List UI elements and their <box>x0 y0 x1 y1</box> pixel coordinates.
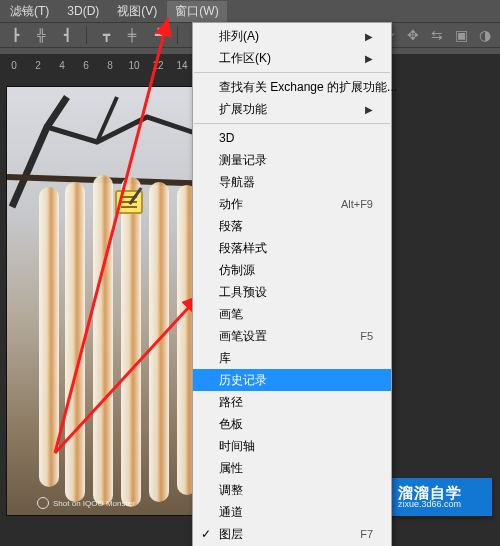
watermark-brand: 溜溜自学 <box>398 485 462 500</box>
menu-item-label: 时间轴 <box>219 438 255 455</box>
ruler-tick: 6 <box>76 60 96 71</box>
menu-item-label: 图层 <box>219 526 243 543</box>
submenu-arrow-icon: ▶ <box>365 31 373 42</box>
menu-item-19[interactable]: 色板 <box>193 413 391 435</box>
distribute-bottom-icon[interactable]: ┻ <box>149 26 167 44</box>
light-icon[interactable]: ◑ <box>476 27 494 43</box>
ruler-tick: 12 <box>148 60 168 71</box>
ruler-tick: 0 <box>4 60 24 71</box>
menu-item-label: 段落样式 <box>219 240 267 257</box>
hanging-strip <box>149 182 169 502</box>
submenu-arrow-icon: ▶ <box>365 53 373 64</box>
menu-item-17[interactable]: 历史记录 <box>193 369 391 391</box>
menu-item-16[interactable]: 库 <box>193 347 391 369</box>
menu-item-label: 色板 <box>219 416 243 433</box>
menu-item-11[interactable]: 段落样式 <box>193 237 391 259</box>
hanging-strip <box>121 177 141 507</box>
menu-item-label: 测量记录 <box>219 152 267 169</box>
menu-item-label: 工具预设 <box>219 284 267 301</box>
menu-item-label: 排列(A) <box>219 28 259 45</box>
menu-item-label: 查找有关 Exchange 的扩展功能... <box>219 79 397 96</box>
menu-shortcut: F5 <box>360 330 373 342</box>
menu-item-label: 动作 <box>219 196 243 213</box>
pan-icon[interactable]: ✥ <box>404 27 422 43</box>
menu-item-24[interactable]: ✓图层F7 <box>193 523 391 545</box>
menu-item-6[interactable]: 3D <box>193 127 391 149</box>
menu-item-8[interactable]: 导航器 <box>193 171 391 193</box>
menu-item-21[interactable]: 属性 <box>193 457 391 479</box>
menu-item-14[interactable]: 画笔 <box>193 303 391 325</box>
menu-item-label: 仿制源 <box>219 262 255 279</box>
menu-item-1[interactable]: 工作区(K)▶ <box>193 47 391 69</box>
menu-item-12[interactable]: 仿制源 <box>193 259 391 281</box>
menu-item-9[interactable]: 动作Alt+F9 <box>193 193 391 215</box>
menu-item-label: 段落 <box>219 218 243 235</box>
menu-shortcut: Alt+F9 <box>341 198 373 210</box>
menu-item-label: 扩展功能 <box>219 101 267 118</box>
camera-icon[interactable]: ▣ <box>452 27 470 43</box>
menu-item-label: 3D <box>219 131 234 145</box>
watermark-url: zixue.3d66.com <box>398 500 462 509</box>
menu-item-label: 工作区(K) <box>219 50 271 67</box>
submenu-arrow-icon: ▶ <box>365 104 373 115</box>
menu-item-label: 调整 <box>219 482 243 499</box>
window-menu-dropdown: 排列(A)▶工作区(K)▶查找有关 Exchange 的扩展功能...扩展功能▶… <box>192 22 392 546</box>
ruler-tick: 10 <box>124 60 144 71</box>
menu-item-18[interactable]: 路径 <box>193 391 391 413</box>
menu-item-15[interactable]: 画笔设置F5 <box>193 325 391 347</box>
menu-item-label: 导航器 <box>219 174 255 191</box>
menu-item-10[interactable]: 段落 <box>193 215 391 237</box>
align-left-icon[interactable]: ┣ <box>6 26 24 44</box>
align-right-icon[interactable]: ┫ <box>58 26 76 44</box>
menu-item-0[interactable]: 排列(A)▶ <box>193 25 391 47</box>
check-icon: ✓ <box>201 527 211 541</box>
menu-item-4[interactable]: 扩展功能▶ <box>193 98 391 120</box>
hanging-strip <box>39 187 59 487</box>
menu-item-label: 路径 <box>219 394 243 411</box>
menu-item-20[interactable]: 时间轴 <box>193 435 391 457</box>
menu-item-23[interactable]: 通道 <box>193 501 391 523</box>
menu-item-13[interactable]: 工具预设 <box>193 281 391 303</box>
hanging-strip <box>65 182 85 502</box>
ruler-tick: 14 <box>172 60 192 71</box>
menu-item-label: 库 <box>219 350 231 367</box>
menu-item-label: 画笔 <box>219 306 243 323</box>
menu-item-3[interactable]: 查找有关 Exchange 的扩展功能... <box>193 76 391 98</box>
menu-shortcut: F7 <box>360 528 373 540</box>
ruler-tick: 2 <box>28 60 48 71</box>
menu-item-label: 画笔设置 <box>219 328 267 345</box>
shot-on-label: Shot on IQOO Monster <box>37 497 135 509</box>
menu-3d[interactable]: 3D(D) <box>59 2 107 20</box>
menu-filter[interactable]: 滤镜(T) <box>2 1 57 22</box>
dolly-icon[interactable]: ⇆ <box>428 27 446 43</box>
menubar: 滤镜(T) 3D(D) 视图(V) 窗口(W) <box>0 0 500 22</box>
menu-window[interactable]: 窗口(W) <box>167 1 226 22</box>
hanging-strip <box>93 175 113 505</box>
align-center-h-icon[interactable]: ╬ <box>32 26 50 44</box>
menu-item-label: 属性 <box>219 460 243 477</box>
ruler-tick: 4 <box>52 60 72 71</box>
menu-view[interactable]: 视图(V) <box>109 1 165 22</box>
distribute-top-icon[interactable]: ┳ <box>97 26 115 44</box>
menu-item-22[interactable]: 调整 <box>193 479 391 501</box>
distribute-v-icon[interactable]: ╪ <box>123 26 141 44</box>
menu-item-label: 历史记录 <box>219 372 267 389</box>
menu-item-7[interactable]: 测量记录 <box>193 149 391 171</box>
menu-item-label: 通道 <box>219 504 243 521</box>
ruler-tick: 8 <box>100 60 120 71</box>
